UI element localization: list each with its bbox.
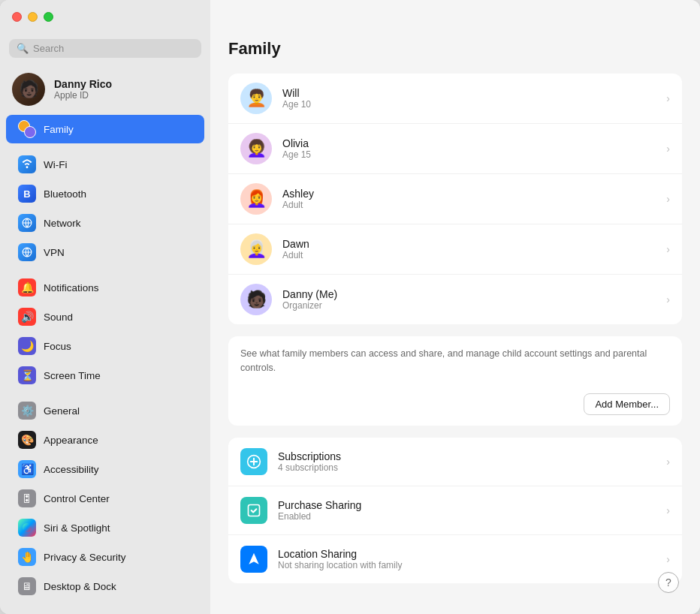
sidebar-item-notifications[interactable]: 🔔 Notifications (6, 273, 204, 302)
service-sub: 4 subscriptions (278, 462, 341, 473)
sidebar-item-label: Appearance (44, 435, 98, 446)
sidebar: 🔍 🧑🏿 Danny Rico Apple ID Family (0, 0, 210, 614)
location-icon (240, 546, 267, 573)
member-role: Adult (282, 200, 314, 210)
member-avatar-dawn: 👩‍🦳 (240, 233, 272, 265)
service-name: Location Sharing (278, 548, 402, 560)
sidebar-item-label: Focus (44, 341, 71, 352)
chevron-right-icon: › (666, 553, 670, 565)
sidebar-item-accessibility[interactable]: ♿ Accessibility (6, 455, 204, 483)
sidebar-item-label: Wi-Fi (44, 159, 67, 170)
member-name: Danny (Me) (282, 288, 337, 300)
sidebar-item-siri[interactable]: Siri & Spotlight (6, 513, 204, 542)
accessibility-icon: ♿ (18, 460, 36, 478)
service-row-subscriptions[interactable]: Subscriptions 4 subscriptions › (228, 438, 682, 486)
maximize-button[interactable] (44, 12, 53, 22)
profile-row[interactable]: 🧑🏿 Danny Rico Apple ID (0, 67, 210, 115)
sidebar-item-general[interactable]: ⚙️ General (6, 396, 204, 425)
sidebar-item-wifi[interactable]: Wi-Fi (6, 150, 204, 179)
close-button[interactable] (12, 12, 22, 22)
sidebar-item-label: Control Center (44, 493, 110, 504)
page-title: Family (228, 39, 682, 59)
member-name: Will (282, 87, 311, 99)
members-card: 🧑‍🦱 Will Age 10 › 👩‍🦱 Olivia Age 15 › (228, 74, 682, 324)
sidebar-item-sound[interactable]: 🔊 Sound (6, 302, 204, 331)
member-row[interactable]: 👩‍🦰 Ashley Adult › (228, 174, 682, 224)
member-role: Adult (282, 250, 309, 260)
add-member-row: Add Member... (228, 386, 682, 426)
service-name: Purchase Sharing (278, 499, 361, 511)
search-bar[interactable]: 🔍 (9, 39, 201, 58)
member-role: Age 15 (282, 149, 311, 160)
minimize-button[interactable] (28, 12, 38, 22)
member-row[interactable]: 👩‍🦱 Olivia Age 15 › (228, 124, 682, 174)
main-content: Family 🧑‍🦱 Will Age 10 › 👩‍🦱 Olivia (210, 0, 700, 614)
member-row[interactable]: 🧑‍🦱 Will Age 10 › (228, 74, 682, 124)
sidebar-item-privacy[interactable]: 🤚 Privacy & Security (6, 543, 204, 571)
sidebar-item-label: Family (44, 124, 74, 135)
service-info-purchase: Purchase Sharing Enabled (278, 499, 361, 522)
chevron-right-icon: › (666, 456, 670, 468)
chevron-right-icon: › (666, 143, 670, 155)
siri-icon (18, 519, 36, 537)
service-row-location[interactable]: Location Sharing Not sharing location wi… (228, 535, 682, 583)
service-info-location: Location Sharing Not sharing location wi… (278, 548, 402, 570)
member-name: Olivia (282, 137, 311, 149)
member-row[interactable]: 🧑🏿 Danny (Me) Organizer › (228, 275, 682, 324)
sidebar-item-label: Accessibility (44, 464, 99, 475)
network-icon (18, 214, 36, 232)
sidebar-item-label: Desktop & Dock (44, 581, 116, 592)
profile-info: Danny Rico Apple ID (54, 78, 112, 101)
subscriptions-icon (240, 448, 267, 475)
chevron-right-icon: › (666, 243, 670, 255)
notifications-icon: 🔔 (18, 278, 36, 296)
profile-name: Danny Rico (54, 78, 112, 90)
add-member-button[interactable]: Add Member... (584, 393, 670, 415)
sidebar-item-label: Privacy & Security (44, 552, 126, 563)
services-card: Subscriptions 4 subscriptions › Purchas (228, 438, 682, 583)
titlebar (0, 0, 700, 33)
member-info-will: Will Age 10 (282, 87, 311, 110)
profile-subtitle: Apple ID (54, 90, 112, 101)
bluetooth-icon: B (18, 185, 36, 203)
sidebar-item-label: Network (44, 218, 81, 229)
chevron-right-icon: › (666, 193, 670, 205)
member-info-ashley: Ashley Adult (282, 188, 314, 210)
search-icon: 🔍 (17, 43, 29, 54)
sidebar-item-network[interactable]: Network (6, 209, 204, 237)
sidebar-item-label: Sound (44, 312, 73, 323)
svg-point-2 (23, 523, 32, 532)
purchase-icon (240, 497, 267, 524)
member-name: Ashley (282, 188, 314, 200)
vpn-icon (18, 243, 36, 261)
chevron-right-icon: › (666, 92, 670, 104)
general-icon: ⚙️ (18, 402, 36, 420)
sidebar-item-bluetooth[interactable]: B Bluetooth (6, 179, 204, 208)
member-row[interactable]: 👩‍🦳 Dawn Adult › (228, 224, 682, 275)
family-icon (18, 120, 36, 138)
sidebar-item-controlcenter[interactable]: 🎛 Control Center (6, 484, 204, 513)
sidebar-item-screentime[interactable]: ⏳ Screen Time (6, 361, 204, 390)
family-description: See what family members can access and s… (228, 336, 682, 386)
member-avatar-danny: 🧑🏿 (240, 284, 272, 315)
sidebar-item-label: Siri & Spotlight (44, 522, 110, 534)
chevron-right-icon: › (666, 504, 670, 516)
member-avatar-olivia: 👩‍🦱 (240, 133, 272, 164)
service-sub: Enabled (278, 511, 361, 522)
wifi-icon (18, 155, 36, 173)
focus-icon: 🌙 (18, 337, 36, 355)
screentime-icon: ⏳ (18, 366, 36, 384)
sidebar-item-appearance[interactable]: 🎨 Appearance (6, 426, 204, 454)
sidebar-item-family[interactable]: Family (6, 115, 204, 143)
sidebar-item-vpn[interactable]: VPN (6, 238, 204, 266)
search-input[interactable] (33, 43, 194, 54)
help-button[interactable]: ? (658, 572, 679, 593)
sidebar-item-label: VPN (44, 247, 65, 258)
sidebar-item-label: Notifications (44, 282, 99, 293)
member-info-danny: Danny (Me) Organizer (282, 288, 337, 311)
sidebar-item-label: Bluetooth (44, 188, 86, 200)
service-info-subscriptions: Subscriptions 4 subscriptions (278, 450, 341, 473)
sidebar-item-focus[interactable]: 🌙 Focus (6, 332, 204, 360)
service-row-purchase[interactable]: Purchase Sharing Enabled › (228, 486, 682, 535)
sidebar-item-desktop[interactable]: 🖥 Desktop & Dock (6, 572, 204, 600)
